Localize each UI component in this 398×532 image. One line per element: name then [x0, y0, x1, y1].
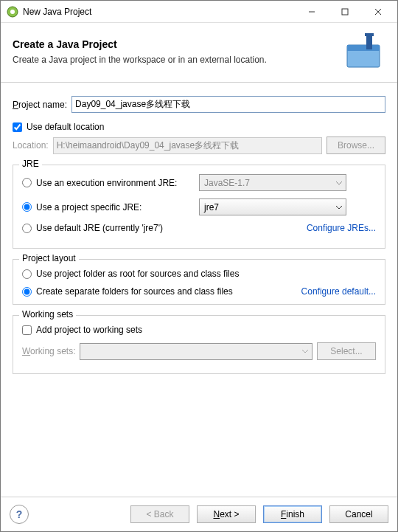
- app-icon: [7, 6, 18, 18]
- finish-button[interactable]: Finish: [263, 505, 322, 523]
- working-sets-select: [80, 343, 313, 360]
- project-layout-group: Project layout Use project folder as roo…: [13, 259, 385, 305]
- location-label: Location:: [13, 140, 49, 151]
- use-default-location-checkbox[interactable]: Use default location: [13, 122, 385, 132]
- next-button[interactable]: Next >: [197, 505, 256, 523]
- jre-group: JRE Use an execution environment JRE: Ja…: [13, 165, 385, 249]
- svg-point-1: [10, 10, 15, 14]
- browse-button: Browse...: [327, 137, 385, 154]
- layout-root-radio[interactable]: Use project folder as root for sources a…: [22, 269, 376, 279]
- svg-rect-7: [347, 45, 380, 51]
- page-title: Create a Java Project: [13, 38, 343, 50]
- select-working-sets-button: Select...: [317, 342, 376, 360]
- svg-rect-9: [365, 33, 374, 36]
- dialog-header: Create a Java Project Create a Java proj…: [1, 23, 397, 82]
- footer: ? < Back Next > Finish Cancel: [1, 497, 397, 531]
- close-button[interactable]: [361, 1, 394, 22]
- content-area: Project name: Use default location Locat…: [1, 83, 397, 497]
- configure-default-link[interactable]: Configure default...: [301, 286, 376, 297]
- titlebar: New Java Project: [1, 1, 397, 23]
- wizard-icon: [343, 30, 385, 73]
- back-button: < Back: [130, 505, 189, 523]
- project-name-input[interactable]: [71, 96, 385, 113]
- minimize-button[interactable]: [295, 1, 328, 22]
- project-name-label: Project name:: [13, 100, 67, 110]
- jre-env-select: JavaSE-1.7: [199, 174, 346, 191]
- working-sets-legend: Working sets: [19, 309, 76, 319]
- svg-rect-3: [342, 9, 348, 15]
- configure-jres-link[interactable]: Configure JREs...: [307, 223, 376, 233]
- add-working-sets-checkbox[interactable]: Add project to working sets: [22, 325, 376, 335]
- project-layout-legend: Project layout: [19, 253, 79, 263]
- use-default-location-label: Use default location: [27, 122, 104, 132]
- jre-specific-radio[interactable]: Use a project specific JRE:: [22, 202, 199, 213]
- maximize-button[interactable]: [328, 1, 361, 22]
- jre-specific-select[interactable]: jre7: [199, 198, 346, 215]
- svg-rect-8: [366, 35, 372, 49]
- jre-default-radio[interactable]: Use default JRE (currently 'jre7'): [22, 223, 199, 233]
- working-sets-group: Working sets Add project to working sets…: [13, 315, 385, 374]
- page-subtitle: Create a Java project in the workspace o…: [13, 55, 343, 65]
- location-input: [53, 137, 322, 154]
- use-default-location-input[interactable]: [13, 122, 22, 132]
- layout-separate-radio[interactable]: Create separate folders for sources and …: [22, 286, 233, 297]
- jre-legend: JRE: [19, 159, 42, 169]
- cancel-button[interactable]: Cancel: [329, 505, 388, 523]
- help-button[interactable]: ?: [10, 505, 29, 524]
- window-title: New Java Project: [23, 7, 295, 17]
- jre-env-radio[interactable]: Use an execution environment JRE:: [22, 178, 199, 188]
- working-sets-label: Working sets:: [22, 346, 75, 356]
